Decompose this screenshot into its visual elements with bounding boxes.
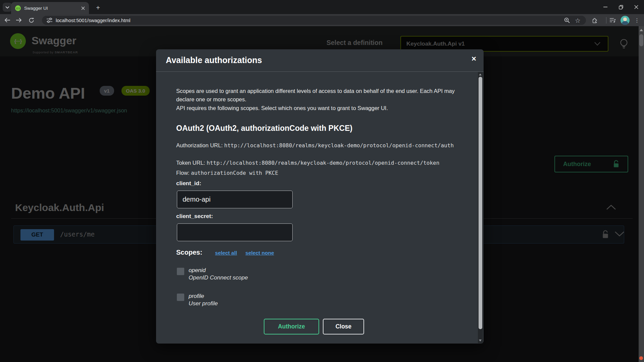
browser-window: {··} Swagger UI + xyxy=(0,0,644,362)
chevron-down-icon xyxy=(5,6,9,9)
scope-profile-checkbox[interactable] xyxy=(177,294,184,301)
url-text[interactable]: localhost:5001/swagger/index.html xyxy=(56,18,586,23)
window-controls xyxy=(598,0,644,14)
reading-list-icon[interactable] xyxy=(608,14,617,26)
page-scrollbar[interactable] xyxy=(639,26,644,362)
scope-name: openid xyxy=(189,267,206,274)
oauth-heading: OAuth2 (OAuth2, authorizationCode with P… xyxy=(176,124,352,133)
modal-scroll-up-arrow-icon[interactable] xyxy=(479,73,482,75)
select-all-link[interactable]: select all xyxy=(215,250,237,256)
toolbar-divider xyxy=(606,17,606,23)
client-secret-input[interactable] xyxy=(177,223,293,241)
authorization-url-value: http://localhost:8080/realms/keycloak-de… xyxy=(224,142,454,149)
browser-toolbar: localhost:5001/swagger/index.html ☆ ⋮ xyxy=(0,14,644,26)
profile-avatar[interactable] xyxy=(621,16,630,25)
client-id-input[interactable] xyxy=(177,191,293,208)
modal-close-button[interactable]: Close xyxy=(323,319,364,334)
extensions-icon[interactable] xyxy=(590,14,599,26)
flow-row: Flow: authorizationCode with PKCE xyxy=(176,169,455,177)
modal-scroll-down-arrow-icon[interactable] xyxy=(479,340,482,342)
authorizations-modal: Available authorizations × Scopes are us… xyxy=(156,49,484,344)
modal-header: Available authorizations × xyxy=(156,49,484,72)
scopes-description: Scopes are used to grant an application … xyxy=(176,87,461,104)
kebab-menu-icon[interactable]: ⋮ xyxy=(632,14,642,26)
modal-scrollbar-thumb[interactable] xyxy=(479,77,482,329)
site-settings-icon[interactable] xyxy=(47,18,52,23)
swagger-favicon-icon: {··} xyxy=(15,5,21,11)
forward-button[interactable] xyxy=(14,14,23,26)
token-url-value: http://localhost:8080/realms/keycloak-de… xyxy=(207,160,440,166)
close-window-button[interactable] xyxy=(629,0,644,14)
scrollbar-thumb[interactable] xyxy=(639,34,643,46)
token-url-row: Token URL: http://localhost:8080/realms/… xyxy=(176,159,455,167)
flow-label: Flow: xyxy=(176,170,191,176)
minimize-button[interactable] xyxy=(598,0,613,14)
avatar-body xyxy=(622,21,628,25)
scope-openid-checkbox[interactable] xyxy=(177,268,184,275)
tab-search-button[interactable] xyxy=(3,3,12,12)
tab-close-icon[interactable] xyxy=(81,6,85,10)
new-tab-button[interactable]: + xyxy=(94,4,102,12)
modal-close-icon[interactable]: × xyxy=(472,55,476,63)
zoom-icon[interactable] xyxy=(564,17,570,23)
scrollbar-up-arrow-icon[interactable] xyxy=(640,29,643,31)
omnibox[interactable]: localhost:5001/swagger/index.html ☆ xyxy=(42,16,586,25)
flow-value: authorizationCode with PKCE xyxy=(191,170,278,176)
authorization-url-row: Authorization URL: http://localhost:8080… xyxy=(176,141,455,150)
scope-description: OpenID Connect scope xyxy=(189,274,248,281)
reload-button[interactable] xyxy=(27,14,36,26)
scope-description: User profile xyxy=(189,300,218,307)
client-secret-label: client_secret: xyxy=(176,213,213,220)
bookmark-star-icon[interactable]: ☆ xyxy=(575,17,581,24)
scopes-label: Scopes: xyxy=(176,249,202,256)
modal-scrollbar[interactable] xyxy=(478,72,483,343)
select-none-link[interactable]: select none xyxy=(245,250,274,256)
scope-name: profile xyxy=(189,293,204,300)
modal-title: Available authorizations xyxy=(166,55,262,65)
browser-tab[interactable]: {··} Swagger UI xyxy=(11,2,89,14)
client-id-label: client_id: xyxy=(176,180,201,187)
scrollbar-marker-dot xyxy=(639,356,643,360)
avatar-head xyxy=(623,17,627,21)
browser-titlebar: {··} Swagger UI + xyxy=(0,0,644,14)
restore-button[interactable] xyxy=(613,0,629,14)
tab-title: Swagger UI xyxy=(24,6,81,11)
scopes-header-row: Scopes: select all select none xyxy=(176,249,274,256)
scopes-instruction: API requires the following scopes. Selec… xyxy=(176,104,461,112)
token-url-label: Token URL: xyxy=(176,160,207,166)
back-button[interactable] xyxy=(3,14,12,26)
authorization-url-label: Authorization URL: xyxy=(176,142,224,148)
modal-authorize-button[interactable]: Authorize xyxy=(264,319,319,334)
